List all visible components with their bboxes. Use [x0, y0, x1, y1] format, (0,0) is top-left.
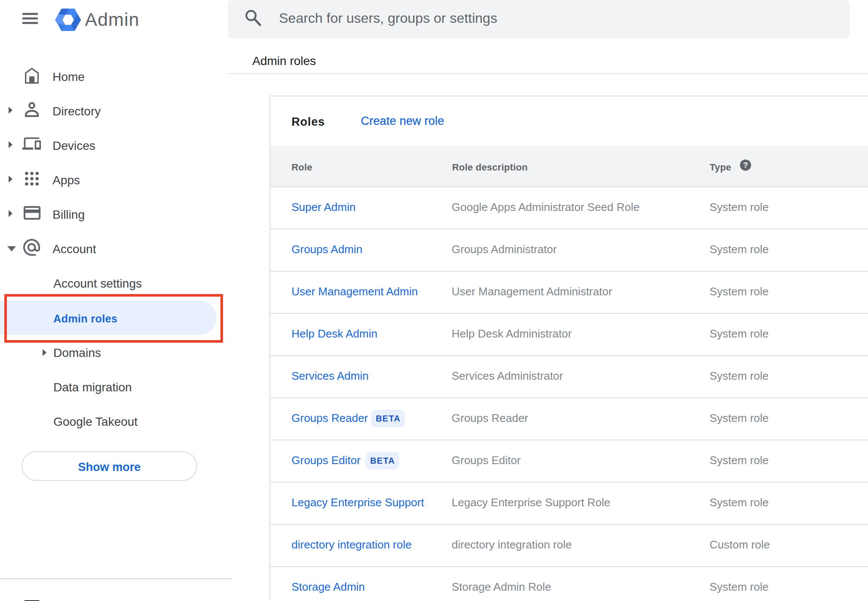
svg-text:?: ?	[743, 161, 748, 170]
